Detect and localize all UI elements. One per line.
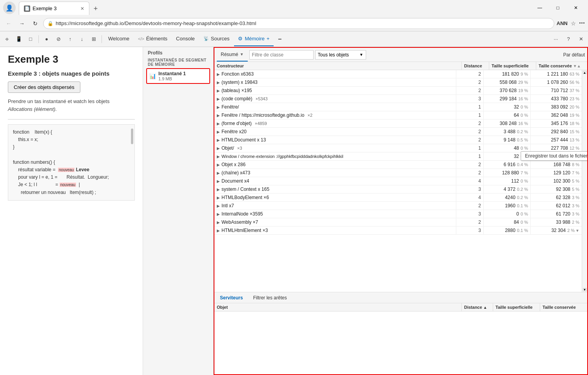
td-constructor: ▶WebAssembly ×7 [214,218,456,226]
memory-tab-label: Mémoire [245,36,265,42]
elements-tab-icon: </> [138,36,144,41]
bottom-toolbar: Serviteurs Filtrer les arêtes [214,292,587,303]
td-retained: 227 70812 % [531,144,582,152]
table-row: ▶(system) x 19843 2 558 06829 % 1 078 26… [214,78,582,87]
record-button[interactable]: ● [41,34,52,45]
favorites-icon[interactable]: ☆ [571,20,576,27]
bottom-filter-edges[interactable]: Filtrer les arêtes [251,295,289,301]
tab-elements[interactable]: </> Éléments [134,32,171,46]
maximize-button[interactable]: □ [549,2,567,14]
minus-button[interactable]: − [274,34,285,45]
forward-button[interactable]: → [16,18,27,29]
close-button[interactable]: ✕ [567,2,585,14]
bottom-body [214,312,587,374]
class-filter-input[interactable] [249,50,314,60]
td-retained: 62 0123 % [531,202,582,210]
td-constructor: ▶Fenêtre / https://microsoftedge.github.… [214,111,456,119]
row-expand-arrow[interactable]: ▶ [217,228,220,233]
row-expand-arrow[interactable]: ▶ [217,179,220,183]
profiles-section-title: INSTANTANÉS DE SEGMENT DE MÉMOIRE [146,58,210,67]
table-row: ▶HTMLDocument x 13 2 9 1480.5 % 257 4441… [214,136,582,144]
td-constructor: ▶Objet x 286 [214,161,456,168]
row-expand-arrow[interactable]: ▶ [217,204,220,208]
td-distance: 2 [456,218,484,226]
row-expand-arrow[interactable]: ▶ [217,163,220,167]
td-distance: 2 [456,128,484,136]
row-expand-arrow[interactable]: ▶ [217,113,220,118]
browser-more-button[interactable]: ··· [579,19,585,27]
td-shallow: 181 8209 % [484,70,531,78]
create-objects-button[interactable]: Créer des objets dispersés [8,82,80,93]
screenshot-button[interactable]: □ [25,34,36,45]
row-expand-arrow[interactable]: ▶ [217,121,220,126]
device-toggle-button[interactable]: 📱 [13,34,24,45]
td-distance: 1 [456,144,484,152]
objects-filter-arrow: ▼ [359,53,363,57]
user-avatar[interactable]: 👤 [3,2,16,14]
bottom-tab-serviteurs[interactable]: Serviteurs [217,295,246,301]
tab-sources[interactable]: 📡 Sources [200,32,234,46]
import-button[interactable]: ↓ [76,34,87,45]
devtools-toolbar: ⎆ 📱 □ ● ⊘ ↑ ↓ ⊞ Welcome </> Éléments Con… [0,31,588,47]
td-constructor: ▶Intl x7 [214,202,456,210]
td-distance: 1 [456,103,484,111]
row-expand-arrow[interactable]: ▶ [217,72,220,76]
profile-item-1[interactable]: 📊 Instantané 1 1.9 MB [146,68,210,84]
row-expand-arrow[interactable]: ▶ [217,212,220,216]
td-constructor: ▶Objet/×3 [214,144,456,152]
page-subtitle: Exemple 3 : objets nuages de points [8,70,135,77]
td-distance: 2 [456,169,484,177]
row-expand-arrow[interactable]: ▶ [217,146,220,150]
td-retained: 383 09220 % [531,103,582,111]
clear-button[interactable]: ⊘ [53,34,64,45]
td-retained: 257 44413 % [531,136,582,144]
inspect-element-button[interactable]: ⎆ [2,34,13,45]
url-bar[interactable]: 🔒 https://microsoftedge.github.io/Demos/… [43,18,554,29]
devtools-more-button[interactable]: ··· [550,34,561,45]
th-constructor[interactable]: Constructeur [214,62,462,70]
refresh-button[interactable]: ↻ [30,18,41,29]
row-expand-arrow[interactable]: ▶ [217,138,220,142]
row-expand-arrow[interactable]: ▶ [217,130,220,134]
new-tab-button[interactable]: + [89,2,102,15]
up-button[interactable]: ↑ [65,34,76,45]
bottom-th-distance[interactable]: Distance ▲ [462,303,493,311]
th-retained-sort: ▼▲ [573,64,581,68]
memory-tab-resume[interactable]: Résumé ▼ [217,48,248,62]
row-expand-arrow[interactable]: ▶ [217,187,220,192]
table-scrollbar[interactable]: ▲ ▼ [582,70,587,292]
scroll-up-button[interactable]: ▲ [583,71,587,74]
devtools-help-button[interactable]: ? [563,34,574,45]
row-expand-arrow[interactable]: ▶ [217,196,220,200]
minimize-button[interactable]: — [531,2,549,14]
table-row: ▶Document x4 4 1120 % 102 3005 % [214,177,582,185]
tab-bar: 📄 Exemple 3 ✕ + [19,1,102,15]
devtools-close-button[interactable]: ✕ [575,34,586,45]
tab-close-button[interactable]: ✕ [80,6,84,11]
row-expand-arrow[interactable]: ▶ [217,154,220,159]
th-retained[interactable]: Taille conservée ▼▲ [536,62,587,70]
row-expand-arrow[interactable]: ▶ [217,220,220,225]
browser-tab[interactable]: 📄 Exemple 3 ✕ [19,2,89,15]
row-expand-arrow[interactable]: ▶ [217,89,220,93]
tab-memory[interactable]: ⚙ Mémoire + [234,32,273,46]
th-distance-label: Distance [464,63,482,68]
code-scrollbar[interactable] [131,125,134,200]
back-button[interactable]: ← [3,18,14,29]
description-line1: Prendre un tas instantané et watch les o… [8,98,109,104]
objects-filter-select[interactable]: Tous les objets ▼ [315,50,366,60]
row-expand-arrow[interactable]: ▶ [217,171,220,175]
left-panel: Exemple 3 Exemple 3 : objets nuages de p… [0,47,143,375]
tab-welcome[interactable]: Welcome [104,32,133,46]
constructor-name: HTMLDocument x 13 [221,137,266,143]
tab-console[interactable]: Console [172,32,199,46]
scroll-down-button[interactable]: ▼ [583,288,587,291]
th-shallow[interactable]: Taille superficielle [489,62,536,70]
row-expand-arrow[interactable]: ▶ [217,80,220,85]
aggregate-button[interactable]: ⊞ [88,34,99,45]
td-constructor: ▶(code compilé)×5343 [214,95,456,103]
th-distance[interactable]: Distance [462,62,489,70]
row-expand-arrow[interactable]: ▶ [217,97,220,101]
row-expand-arrow[interactable]: ▶ [217,105,220,109]
td-shallow: 00 % [484,210,531,218]
